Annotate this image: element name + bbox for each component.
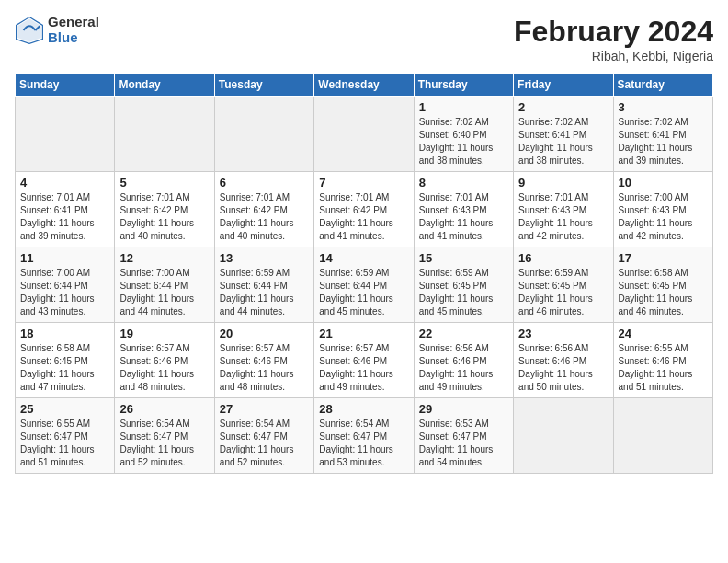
calendar-cell: [214, 97, 313, 172]
page-header: General Blue February 2024 Ribah, Kebbi,…: [15, 15, 713, 63]
calendar-cell: 9Sunrise: 7:01 AM Sunset: 6:43 PM Daylig…: [514, 172, 613, 247]
calendar-cell: 27Sunrise: 6:54 AM Sunset: 6:47 PM Dayli…: [214, 398, 313, 474]
day-info: Sunrise: 6:59 AM Sunset: 6:45 PM Dayligh…: [518, 267, 608, 318]
logo-text: General Blue: [48, 15, 99, 45]
day-info: Sunrise: 7:00 AM Sunset: 6:43 PM Dayligh…: [619, 191, 708, 243]
calendar-week-2: 4Sunrise: 7:01 AM Sunset: 6:41 PM Daylig…: [16, 172, 713, 247]
day-info: Sunrise: 7:02 AM Sunset: 6:40 PM Dayligh…: [419, 116, 508, 167]
day-number: 14: [319, 251, 408, 265]
day-number: 2: [518, 100, 608, 114]
day-info: Sunrise: 6:56 AM Sunset: 6:46 PM Dayligh…: [518, 342, 608, 394]
calendar-table: SundayMondayTuesdayWednesdayThursdayFrid…: [15, 73, 713, 474]
title-block: February 2024 Ribah, Kebbi, Nigeria: [514, 15, 713, 63]
day-number: 17: [619, 251, 708, 265]
day-number: 29: [419, 402, 508, 416]
header-day-saturday: Saturday: [613, 74, 712, 97]
logo-icon: [15, 16, 44, 45]
calendar-cell: 20Sunrise: 6:57 AM Sunset: 6:46 PM Dayli…: [214, 323, 313, 398]
day-info: Sunrise: 6:54 AM Sunset: 6:47 PM Dayligh…: [220, 418, 309, 469]
header-day-tuesday: Tuesday: [214, 74, 313, 97]
day-info: Sunrise: 6:59 AM Sunset: 6:44 PM Dayligh…: [319, 267, 408, 318]
calendar-cell: 12Sunrise: 7:00 AM Sunset: 6:44 PM Dayli…: [115, 247, 214, 323]
day-info: Sunrise: 7:00 AM Sunset: 6:44 PM Dayligh…: [20, 267, 109, 318]
day-info: Sunrise: 7:01 AM Sunset: 6:42 PM Dayligh…: [119, 191, 209, 243]
day-info: Sunrise: 6:58 AM Sunset: 6:45 PM Dayligh…: [619, 267, 708, 318]
calendar-cell: [115, 97, 214, 172]
day-info: Sunrise: 6:57 AM Sunset: 6:46 PM Dayligh…: [319, 342, 408, 394]
day-info: Sunrise: 6:54 AM Sunset: 6:47 PM Dayligh…: [119, 418, 209, 469]
day-number: 7: [319, 176, 408, 190]
day-info: Sunrise: 7:01 AM Sunset: 6:43 PM Dayligh…: [419, 191, 508, 243]
logo: General Blue: [15, 15, 99, 45]
header-day-wednesday: Wednesday: [314, 74, 414, 97]
calendar-cell: 1Sunrise: 7:02 AM Sunset: 6:40 PM Daylig…: [414, 97, 513, 172]
day-number: 22: [419, 327, 508, 340]
header-day-monday: Monday: [115, 74, 214, 97]
calendar-cell: 25Sunrise: 6:55 AM Sunset: 6:47 PM Dayli…: [16, 398, 115, 474]
calendar-cell: 18Sunrise: 6:58 AM Sunset: 6:45 PM Dayli…: [16, 323, 115, 398]
day-info: Sunrise: 6:54 AM Sunset: 6:47 PM Dayligh…: [319, 418, 408, 469]
calendar-cell: 19Sunrise: 6:57 AM Sunset: 6:46 PM Dayli…: [115, 323, 214, 398]
day-number: 28: [319, 402, 408, 416]
calendar-cell: 17Sunrise: 6:58 AM Sunset: 6:45 PM Dayli…: [613, 247, 712, 323]
day-number: 5: [119, 176, 209, 190]
day-info: Sunrise: 6:59 AM Sunset: 6:45 PM Dayligh…: [419, 267, 508, 318]
calendar-cell: 10Sunrise: 7:00 AM Sunset: 6:43 PM Dayli…: [613, 172, 712, 247]
calendar-cell: 15Sunrise: 6:59 AM Sunset: 6:45 PM Dayli…: [414, 247, 513, 323]
calendar-cell: 29Sunrise: 6:53 AM Sunset: 6:47 PM Dayli…: [414, 398, 513, 474]
day-info: Sunrise: 6:53 AM Sunset: 6:47 PM Dayligh…: [419, 418, 508, 469]
day-number: 1: [419, 100, 508, 114]
calendar-cell: 11Sunrise: 7:00 AM Sunset: 6:44 PM Dayli…: [16, 247, 115, 323]
day-number: 9: [518, 176, 608, 190]
day-info: Sunrise: 7:01 AM Sunset: 6:43 PM Dayligh…: [518, 191, 608, 243]
day-number: 20: [220, 327, 309, 340]
day-info: Sunrise: 6:55 AM Sunset: 6:47 PM Dayligh…: [20, 418, 109, 469]
day-info: Sunrise: 7:01 AM Sunset: 6:42 PM Dayligh…: [220, 191, 309, 243]
day-info: Sunrise: 6:57 AM Sunset: 6:46 PM Dayligh…: [220, 342, 309, 394]
day-info: Sunrise: 7:02 AM Sunset: 6:41 PM Dayligh…: [619, 116, 708, 167]
calendar-header: SundayMondayTuesdayWednesdayThursdayFrid…: [16, 74, 713, 97]
header-day-sunday: Sunday: [16, 74, 115, 97]
month-year-title: February 2024: [514, 15, 713, 49]
day-number: 6: [220, 176, 309, 190]
calendar-cell: 2Sunrise: 7:02 AM Sunset: 6:41 PM Daylig…: [514, 97, 613, 172]
calendar-cell: [16, 97, 115, 172]
day-number: 15: [419, 251, 508, 265]
day-number: 25: [20, 402, 109, 416]
calendar-cell: 6Sunrise: 7:01 AM Sunset: 6:42 PM Daylig…: [214, 172, 313, 247]
calendar-cell: [314, 97, 414, 172]
calendar-cell: 16Sunrise: 6:59 AM Sunset: 6:45 PM Dayli…: [514, 247, 613, 323]
day-number: 13: [220, 251, 309, 265]
day-number: 21: [319, 327, 408, 340]
day-info: Sunrise: 6:58 AM Sunset: 6:45 PM Dayligh…: [20, 342, 109, 394]
calendar-week-3: 11Sunrise: 7:00 AM Sunset: 6:44 PM Dayli…: [16, 247, 713, 323]
day-number: 24: [619, 327, 708, 340]
calendar-week-5: 25Sunrise: 6:55 AM Sunset: 6:47 PM Dayli…: [16, 398, 713, 474]
calendar-week-4: 18Sunrise: 6:58 AM Sunset: 6:45 PM Dayli…: [16, 323, 713, 398]
day-number: 16: [518, 251, 608, 265]
day-info: Sunrise: 6:55 AM Sunset: 6:46 PM Dayligh…: [619, 342, 708, 394]
header-row: SundayMondayTuesdayWednesdayThursdayFrid…: [16, 74, 713, 97]
calendar-cell: 28Sunrise: 6:54 AM Sunset: 6:47 PM Dayli…: [314, 398, 414, 474]
calendar-cell: 7Sunrise: 7:01 AM Sunset: 6:42 PM Daylig…: [314, 172, 414, 247]
day-info: Sunrise: 7:00 AM Sunset: 6:44 PM Dayligh…: [119, 267, 209, 318]
day-info: Sunrise: 7:02 AM Sunset: 6:41 PM Dayligh…: [518, 116, 608, 167]
calendar-cell: 24Sunrise: 6:55 AM Sunset: 6:46 PM Dayli…: [613, 323, 712, 398]
day-info: Sunrise: 6:57 AM Sunset: 6:46 PM Dayligh…: [119, 342, 209, 394]
calendar-cell: 5Sunrise: 7:01 AM Sunset: 6:42 PM Daylig…: [115, 172, 214, 247]
calendar-cell: 14Sunrise: 6:59 AM Sunset: 6:44 PM Dayli…: [314, 247, 414, 323]
day-number: 10: [619, 176, 708, 190]
calendar-cell: 13Sunrise: 6:59 AM Sunset: 6:44 PM Dayli…: [214, 247, 313, 323]
logo-blue: Blue: [48, 30, 99, 46]
day-number: 12: [119, 251, 209, 265]
day-number: 3: [619, 100, 708, 114]
day-number: 11: [20, 251, 109, 265]
calendar-cell: 21Sunrise: 6:57 AM Sunset: 6:46 PM Dayli…: [314, 323, 414, 398]
day-info: Sunrise: 7:01 AM Sunset: 6:42 PM Dayligh…: [319, 191, 408, 243]
calendar-body: 1Sunrise: 7:02 AM Sunset: 6:40 PM Daylig…: [16, 97, 713, 474]
day-number: 26: [119, 402, 209, 416]
header-day-friday: Friday: [514, 74, 613, 97]
calendar-cell: [613, 398, 712, 474]
day-info: Sunrise: 7:01 AM Sunset: 6:41 PM Dayligh…: [20, 191, 109, 243]
location-subtitle: Ribah, Kebbi, Nigeria: [514, 49, 713, 63]
